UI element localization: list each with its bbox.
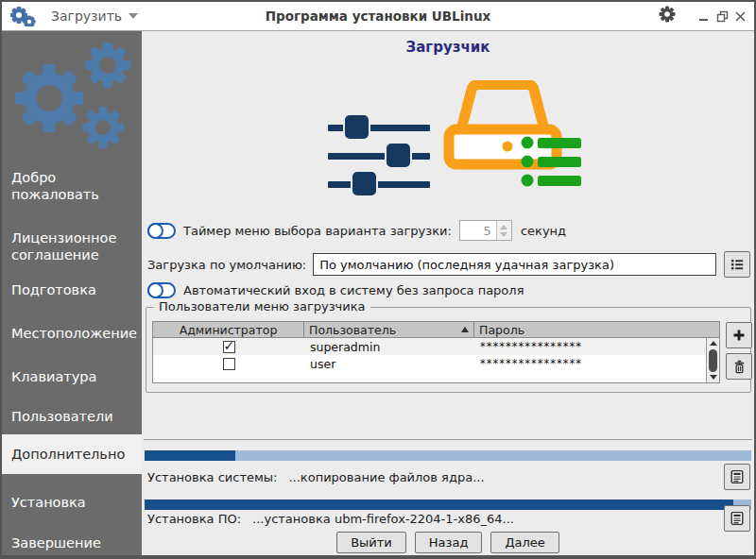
system-progress-row: Установка системы: ...копирование файлов… [147,464,750,490]
table-scrollbar[interactable] [706,338,719,382]
sidebar-item-license[interactable]: Лицензионное соглашение [2,228,142,265]
boot-drive-icon [442,80,586,194]
table-header: Администратор Пользователь Пароль [153,322,719,338]
log-icon [730,511,745,526]
next-button[interactable]: Далее [490,532,558,553]
software-progress-status: ...установка ubm-firefox-2204-1-x86_64..… [252,512,514,526]
sidebar-item-welcome[interactable]: Добро пожаловать [2,167,142,205]
default-boot-row: Загрузка по умолчанию: [147,251,750,278]
software-progress-label: Установка ПО: [147,512,241,526]
software-log-button[interactable] [724,505,750,532]
app-logo-gears-icon [9,6,36,26]
load-menu-button[interactable]: Загрузить [51,8,138,24]
sidebar-item-location[interactable]: Местоположение [2,323,142,344]
bootloader-users-group: Пользователи меню загрузчика Администрат… [146,307,751,393]
group-legend: Пользователи меню загрузчика [154,299,370,313]
system-progress-label: Установка системы: [147,470,277,484]
column-header-admin[interactable]: Администратор [153,322,304,337]
timer-spinbox [459,220,512,241]
default-boot-label: Загрузка по умолчанию: [147,258,306,272]
timer-row: Таймер меню выбора варианта загрузки: се… [147,220,750,241]
sidebar-item-users[interactable]: Пользователи [2,406,142,427]
divider [144,439,752,440]
toggle-knob-icon [147,223,163,239]
plus-icon [731,328,747,343]
add-user-button[interactable] [726,322,752,348]
list-icon [730,257,745,272]
system-progressbar [145,450,751,461]
timer-value-input[interactable] [460,221,496,240]
default-boot-input[interactable] [313,253,716,276]
minimize-icon[interactable] [698,10,711,23]
close-icon[interactable] [734,10,747,23]
autologin-label: Автоматический вход в систему без запрос… [183,283,524,297]
log-icon [730,469,745,484]
title-bar: Загрузить Программа установки UBLinux [2,2,754,31]
user-cell: user [304,357,474,371]
delete-user-button[interactable] [726,353,752,380]
toggle-knob-icon [147,282,163,298]
timer-label: Таймер меню выбора варианта загрузки: [183,224,452,238]
timer-toggle[interactable] [147,223,176,239]
user-cell: superadmin [304,340,474,354]
admin-checkbox[interactable] [223,358,235,370]
footer-buttons: Выйти Назад Далее [142,532,754,553]
load-menu-label: Загрузить [51,8,122,24]
password-cell: **************** [474,340,706,353]
scrollbar-thumb[interactable] [709,349,717,372]
exit-button[interactable]: Выйти [336,532,406,553]
users-table: Администратор Пользователь Пароль sup [152,321,720,383]
sidebar-item-keyboard[interactable]: Клавиатура [2,366,142,387]
sidebar-item-preparation[interactable]: Подготовка [2,280,142,300]
admin-checkbox[interactable] [223,341,235,353]
spinner-arrows[interactable] [496,221,511,240]
page-title: Загрузчик [142,39,754,56]
maximize-icon[interactable] [716,10,729,23]
table-row[interactable]: superadmin **************** [153,338,706,355]
sort-ascending-icon [461,327,469,332]
sidebar-item-finish[interactable]: Завершение [2,533,142,553]
sliders-icon [327,107,435,203]
sidebar-item-advanced[interactable]: Дополнительно [2,434,142,474]
settings-gear-icon[interactable] [659,6,676,26]
column-header-user[interactable]: Пользователь [304,322,474,337]
scroll-down-icon[interactable] [710,375,717,380]
steps-sidebar: Добро пожаловать Лицензионное соглашение… [2,31,142,555]
system-log-button[interactable] [724,464,750,490]
timer-unit-label: секунд [521,224,566,238]
spin-up-icon[interactable] [500,225,507,229]
system-progress-fill [145,450,235,461]
sidebar-gears-art-icon [2,39,142,154]
table-row[interactable]: user **************** [153,355,706,372]
back-button[interactable]: Назад [415,532,483,553]
boot-entries-button[interactable] [724,251,750,278]
autologin-row: Автоматический вход в систему без запрос… [147,282,750,298]
scroll-up-icon[interactable] [710,341,717,346]
spin-down-icon[interactable] [500,232,507,237]
software-progress-row: Установка ПО: ...установка ubm-firefox-2… [147,505,750,532]
main-panel: Загрузчик Таймер мен [142,31,754,555]
system-progress-status: ...копирование файлов ядра... [288,470,484,484]
sidebar-item-install[interactable]: Установка [2,492,142,513]
installer-window: Загрузить Программа установки UBLinux [0,0,756,559]
trash-icon [732,360,747,374]
password-cell: **************** [474,357,706,370]
autologin-toggle[interactable] [147,282,176,298]
column-header-password[interactable]: Пароль [474,322,719,337]
chevron-down-icon [129,13,138,19]
